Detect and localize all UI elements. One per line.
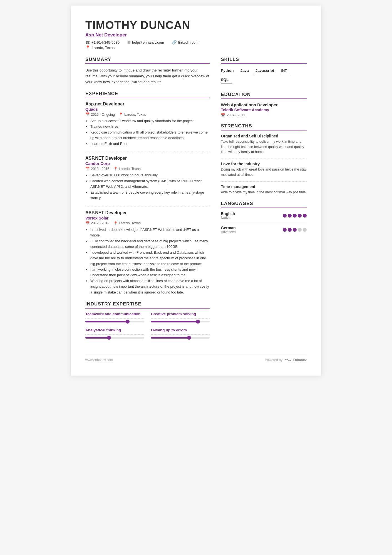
strength-desc-0: Take full responsibility to deliver my w… xyxy=(221,139,307,155)
bullet-item: I developed and worked with Front-end, B… xyxy=(90,250,210,267)
location-icon-3: 📍 xyxy=(113,221,118,225)
email-contact: ✉ help@enhancv.com xyxy=(127,40,164,45)
expertise-bar-fill-2 xyxy=(85,337,109,339)
bullet-item: Saved over 10.000 working hours annually xyxy=(90,172,210,178)
strengths-title: STRENGTHS xyxy=(221,123,307,130)
edu-school: Telerik Software Academy xyxy=(221,108,307,112)
expertise-label-1: Creative problem solving xyxy=(151,312,210,316)
exp-location-1: 📍 Laredo, Texas xyxy=(119,112,146,117)
calendar-icon-3: 📅 xyxy=(85,221,90,225)
strength-item-1: Love for the Industry Doing my job with … xyxy=(221,162,307,177)
candidate-title: Asp.Net Developer xyxy=(85,32,307,38)
phone-icon: ☎ xyxy=(85,40,90,45)
exp-period-1: 📅 2016 - Ongoing xyxy=(85,112,115,117)
lang-item-0: English Native xyxy=(221,211,307,223)
education-title: EDUCATION xyxy=(221,92,307,99)
lang-level-1: Advanced xyxy=(221,230,235,234)
expertise-label-0: Teamwork and communication xyxy=(85,312,144,316)
expertise-bar-bg-0 xyxy=(85,321,144,322)
powered-by-label: Powered by xyxy=(265,358,282,362)
expertise-divider xyxy=(151,334,210,335)
exp-role-1: Asp.net Developer xyxy=(85,102,210,107)
lang-name-0: English xyxy=(221,211,235,216)
expertise-bar-fill-3 xyxy=(151,337,189,339)
expertise-label-2: Analystical thinking xyxy=(85,328,144,332)
bullet-item: Kept close communication with all projec… xyxy=(90,130,210,141)
dot xyxy=(283,214,287,218)
skill-git: GIT xyxy=(281,67,291,74)
dot xyxy=(298,214,302,218)
experience-title: EXPERIENCE xyxy=(85,91,210,98)
skill-sql: SQL xyxy=(221,77,232,83)
lang-info-1: German Advanced xyxy=(221,226,235,234)
bullet-item: I am working in close connection with th… xyxy=(90,267,210,278)
exp-item-2: ASP.NET Developer Candor Corp 📅 2013 - 2… xyxy=(85,156,210,201)
bullet-item: Created web content management system (C… xyxy=(90,178,210,190)
header-section: TIMOTHY DUNCAN Asp.Net Developer ☎ +1-91… xyxy=(85,19,307,50)
exp-company-3: Vortex Solar xyxy=(85,216,210,220)
expertise-item-3: Owning up to errors xyxy=(151,328,210,339)
strength-desc-2: Able to divide my time in the most optim… xyxy=(221,190,307,195)
calendar-icon-1: 📅 xyxy=(85,112,90,117)
lang-info-0: English Native xyxy=(221,211,235,220)
exp-location-3: 📍 Laredo, Texas xyxy=(113,221,141,225)
skills-title: SKILLS xyxy=(221,57,307,64)
exp-location-2: 📍 Laredo, Texas xyxy=(113,167,141,171)
edu-year: 📅 2007 - 2011 xyxy=(221,113,307,117)
skill-python: Python xyxy=(221,67,237,74)
lang-name-1: German xyxy=(221,226,235,230)
strength-item-2: Time-management Able to divide my time i… xyxy=(221,184,307,195)
skill-java: Java xyxy=(240,67,253,74)
right-column: SKILLS Python Java Javascript GIT SQL ED… xyxy=(221,57,307,345)
skills-section: SKILLS Python Java Javascript GIT SQL xyxy=(221,57,307,86)
phone-contact: ☎ +1-914-345-5530 xyxy=(85,40,120,45)
summary-text: Use this opportunity to intrigue and dra… xyxy=(85,67,210,85)
strength-desc-1: Doing my job with great love and passion… xyxy=(221,167,307,177)
dot xyxy=(288,228,292,232)
footer-brand: Powered by Enhancv xyxy=(265,358,307,362)
brand-name: Enhancv xyxy=(293,358,307,362)
exp-divider xyxy=(85,152,210,152)
experience-section: EXPERIENCE Asp.net Developer Quads 📅 201… xyxy=(85,91,210,295)
lang-level-0: Native xyxy=(221,216,235,220)
exp-bullets-1: Set up a successful workflow and quality… xyxy=(85,118,210,147)
bullet-item: Set up a successful workflow and quality… xyxy=(90,118,210,124)
dot xyxy=(298,228,302,232)
skill-javascript: Javascript xyxy=(255,67,278,74)
dot xyxy=(303,214,307,218)
strength-name-0: Organized and Self Disciplined xyxy=(221,134,307,138)
email-icon: ✉ xyxy=(127,40,131,45)
strength-name-2: Time-management xyxy=(221,184,307,189)
bullet-item: Fully controlled the back-end and databa… xyxy=(90,238,210,250)
expertise-divider xyxy=(85,318,144,319)
lang-dots-1 xyxy=(283,228,307,232)
exp-period-3: 📅 2012 - 2012 xyxy=(85,221,110,225)
bullet-item: Learned Elixir and Rust xyxy=(90,141,210,147)
exp-bullets-3: I received in-depth knowledge of ASP.NET… xyxy=(85,227,210,295)
linkedin-icon: 🔗 xyxy=(172,40,177,45)
expertise-item-2: Analystical thinking xyxy=(85,328,144,339)
summary-section: SUMMARY Use this opportunity to intrigue… xyxy=(85,57,210,85)
exp-divider xyxy=(85,206,210,206)
resume-body: SUMMARY Use this opportunity to intrigue… xyxy=(85,57,307,345)
expertise-item-0: Teamwork and communication xyxy=(85,312,144,323)
expertise-grid: Teamwork and communication Creative prob… xyxy=(85,312,210,339)
exp-role-2: ASP.NET Developer xyxy=(85,156,210,161)
dot xyxy=(283,228,287,232)
exp-item-3: ASP.NET Developer Vortex Solar 📅 2012 - … xyxy=(85,210,210,295)
footer-website: www.enhancv.com xyxy=(85,358,113,362)
exp-period-2: 📅 2013 - 2015 xyxy=(85,167,110,171)
strength-divider xyxy=(221,181,307,182)
bullet-item: Working on projects with almost a millio… xyxy=(90,278,210,295)
exp-meta-1: 📅 2016 - Ongoing 📍 Laredo, Texas xyxy=(85,112,210,117)
exp-role-3: ASP.NET Developer xyxy=(85,210,210,215)
calendar-icon-2: 📅 xyxy=(85,167,90,171)
bullet-item: Trained new hires xyxy=(90,124,210,129)
expertise-title: INDUSTRY EXPERTISE xyxy=(85,301,210,309)
linkedin-value: linkedin.com xyxy=(178,40,199,45)
enhancv-logo: Enhancv xyxy=(284,358,307,362)
calendar-edu-icon: 📅 xyxy=(221,113,225,117)
linkedin-contact: 🔗 linkedin.com xyxy=(172,40,199,45)
expertise-bar-fill-1 xyxy=(151,321,198,322)
dot xyxy=(303,228,307,232)
